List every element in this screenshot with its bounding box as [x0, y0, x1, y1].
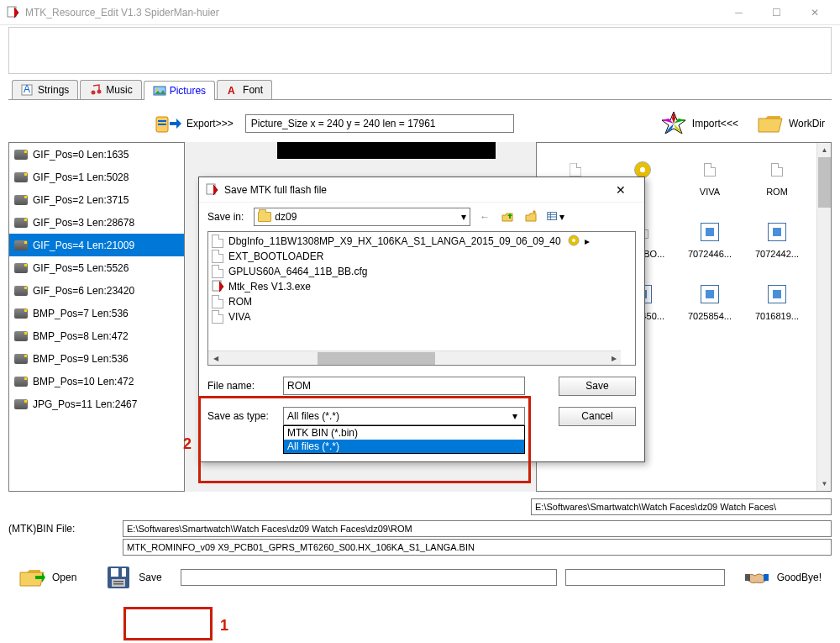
savetype-dropdown[interactable]: MTK BIN (*.bin)All files (*.*) [283, 425, 525, 454]
close-button[interactable]: ✕ [795, 0, 833, 25]
goodbye-button[interactable]: GoodBye! [733, 561, 832, 594]
list-item[interactable]: GIF_Pos=5 Len:5526 [9, 256, 184, 279]
document-icon [212, 310, 223, 324]
floppy-icon [105, 564, 132, 591]
progress-bar-2 [565, 569, 725, 586]
file-item[interactable]: 7016819... [743, 277, 811, 335]
binfile-path-field[interactable] [123, 520, 832, 537]
bottom-row: Open Save GoodBye! [8, 559, 832, 596]
annotation-number-2: 2 [183, 435, 192, 453]
binfile-label: (MTK)BIN File: [8, 523, 118, 535]
image-icon [701, 285, 719, 303]
dialog-titlebar: Save MTK full flash file ✕ [199, 177, 644, 203]
file-item[interactable]: ROM [743, 153, 811, 210]
chip-icon [14, 308, 28, 319]
dialog-file-list[interactable]: DbgInfo_11BW1308MP_X9_HX_106KA_S1_LANGA_… [207, 231, 636, 366]
workdir-path-field[interactable] [531, 498, 832, 515]
svg-text:A: A [24, 83, 30, 95]
dialog-save-button[interactable]: Save [559, 377, 636, 396]
strings-icon: A [21, 83, 34, 97]
svg-rect-19 [118, 568, 122, 577]
list-item[interactable]: GIF_Pos=6 Len:23420 [9, 279, 184, 302]
svg-rect-9 [158, 120, 166, 122]
minimize-button[interactable]: ─ [720, 0, 758, 25]
dialog-file-row[interactable]: DbgInfo_11BW1308MP_X9_HX_106KA_S1_LANGA_… [210, 234, 633, 249]
list-item[interactable]: GIF_Pos=1 Len:5028 [9, 166, 184, 188]
dialog-hscrollbar[interactable]: ◀ ▶ [208, 350, 621, 365]
save-in-label: Save in: [207, 211, 244, 223]
back-button[interactable]: ← [475, 208, 494, 226]
music-icon [89, 83, 102, 97]
maximize-button[interactable]: ☐ [758, 0, 795, 25]
hscrollbar-thumb[interactable] [318, 352, 435, 365]
file-item[interactable]: 7025854... [676, 277, 743, 335]
savetype-label: Save as type: [207, 410, 276, 422]
document-icon [212, 250, 223, 263]
file-item[interactable]: 7072446... [676, 215, 743, 272]
new-folder-button[interactable] [522, 208, 541, 226]
rominfo-field[interactable] [123, 539, 832, 556]
svg-point-4 [97, 90, 102, 94]
resource-list[interactable]: GIF_Pos=0 Len:1635GIF_Pos=1 Len:5028GIF_… [8, 142, 185, 492]
dialog-file-row[interactable]: Mtk_Res V1.3.exe [210, 279, 633, 294]
dialog-file-row[interactable]: ROM [210, 294, 633, 309]
list-item[interactable]: BMP_Pos=9 Len:536 [9, 347, 184, 370]
window-titlebar: MTK_Resource_Edit V1.3 SpiderMan-huier ─… [0, 0, 840, 25]
dialog-file-row[interactable]: EXT_BOOTLOADER [210, 249, 633, 264]
import-button[interactable]: Import<<< [654, 107, 745, 140]
image-icon [768, 285, 786, 303]
files-scrollbar[interactable]: ▲ ▼ [816, 143, 831, 491]
tab-music[interactable]: Music [80, 80, 141, 99]
list-item[interactable]: BMP_Pos=8 Len:472 [9, 324, 184, 347]
savetype-combo[interactable]: All files (*.*) ▾ MTK BIN (*.bin)All fil… [283, 407, 525, 425]
chip-icon [14, 263, 28, 273]
list-item[interactable]: JPG_Pos=11 Len:2467 [9, 393, 184, 415]
chip-icon [14, 377, 28, 387]
import-icon [660, 110, 687, 137]
toolbar-placeholder [8, 27, 832, 74]
window-title: MTK_Resource_Edit V1.3 SpiderMan-huier [25, 7, 219, 18]
chevron-down-icon: ▾ [509, 410, 521, 422]
chip-icon [14, 399, 28, 409]
open-folder-icon [18, 564, 45, 591]
savetype-option[interactable]: All files (*.*) [284, 440, 524, 453]
savetype-option[interactable]: MTK BIN (*.bin) [284, 426, 524, 440]
save-button[interactable]: Save [95, 561, 171, 594]
chevron-down-icon: ▾ [461, 211, 466, 223]
list-item[interactable]: BMP_Pos=7 Len:536 [9, 302, 184, 324]
tab-strings[interactable]: A Strings [12, 80, 78, 99]
folder-icon [757, 110, 784, 137]
tab-font[interactable]: A Font [217, 80, 272, 99]
filename-input[interactable] [283, 377, 525, 395]
dialog-file-row[interactable]: VIVA [210, 309, 633, 324]
list-item[interactable]: GIF_Pos=3 Len:28678 [9, 211, 184, 234]
export-button[interactable]: Export>>> [148, 107, 240, 140]
document-icon [704, 163, 716, 177]
scrollbar-thumb[interactable] [818, 157, 831, 208]
tab-pictures[interactable]: Pictures [144, 81, 215, 100]
chip-icon [14, 286, 28, 296]
file-item[interactable]: 7072442... [743, 215, 811, 272]
up-folder-button[interactable] [499, 208, 517, 226]
cd-icon [634, 161, 651, 178]
list-item[interactable]: GIF_Pos=4 Len:21009 [9, 234, 184, 256]
pictures-icon [153, 84, 166, 98]
view-menu-button[interactable]: ▾ [546, 208, 564, 226]
list-item[interactable]: BMP_Pos=10 Len:472 [9, 370, 184, 393]
svg-rect-21 [113, 581, 123, 582]
svg-marker-12 [672, 112, 675, 124]
workdir-button[interactable]: WorkDir [750, 107, 832, 140]
dialog-cancel-button[interactable]: Cancel [559, 407, 636, 426]
save-in-dropdown[interactable]: dz09 ▾ [254, 208, 470, 226]
open-button[interactable]: Open [8, 561, 87, 594]
chip-icon [14, 172, 28, 182]
chip-icon [14, 240, 28, 250]
dialog-close-button[interactable]: ✕ [604, 178, 638, 202]
file-item[interactable]: VIVA [676, 153, 743, 210]
svg-rect-20 [112, 579, 125, 587]
dialog-nav: Save in: dz09 ▾ ← ▾ [199, 203, 644, 231]
progress-bar-1 [181, 569, 557, 586]
list-item[interactable]: GIF_Pos=0 Len:1635 [9, 143, 184, 166]
dialog-file-row[interactable]: GPLUS60A_6464_11B_BB.cfg [210, 264, 633, 279]
list-item[interactable]: GIF_Pos=2 Len:3715 [9, 188, 184, 211]
